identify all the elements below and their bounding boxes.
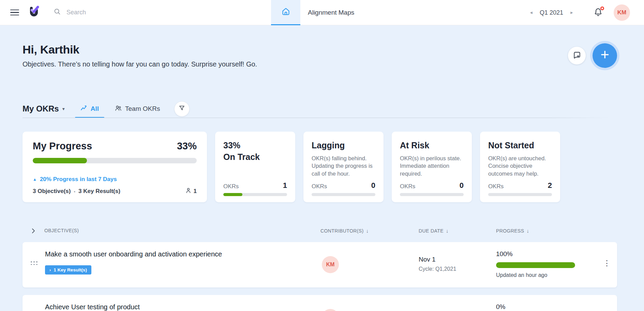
feedback-button[interactable] — [568, 47, 586, 64]
okrs-count: 2 — [548, 181, 552, 190]
okrs-count: 0 — [371, 181, 375, 190]
chevron-right-icon: › — [49, 267, 51, 272]
at-risk-description: OKR(s) in perilous state. Immediate atte… — [400, 154, 464, 178]
status-progress-fill — [223, 193, 242, 196]
at-risk-title: At Risk — [400, 140, 464, 151]
search-icon — [54, 8, 61, 17]
okrs-count: 1 — [283, 181, 287, 190]
summary-cards: My Progress 33% ▲ 20% Progress in last 7… — [23, 132, 644, 202]
trend-text: 20% Progress in last 7 Days — [40, 176, 117, 183]
logo-icon — [28, 6, 39, 19]
progress-cell: 0% — [496, 303, 575, 311]
status-progress-bar — [223, 193, 287, 196]
period-label: Q1 2021 — [540, 9, 563, 16]
team-users-icon — [115, 104, 122, 114]
period-next-button[interactable]: ► — [568, 9, 575, 16]
due-date-value: Nov 1 — [419, 256, 456, 263]
due-date-cell: Nov 1 Cycle: Q1,2021 — [419, 256, 456, 272]
objective-title[interactable]: Make a smooth user onboarding and activa… — [45, 250, 222, 258]
home-icon — [281, 7, 290, 17]
drag-handle-icon[interactable] — [31, 261, 38, 265]
okr-controls: My OKRs ▾ All Team OKRs — [23, 100, 617, 118]
lagging-title: Lagging — [312, 140, 375, 151]
period-prev-button[interactable]: ◄ — [528, 9, 535, 16]
progress-cell: 100% Updated an hour ago — [496, 250, 575, 278]
caret-down-icon: ▾ — [62, 106, 65, 112]
progress-percent: 0% — [496, 303, 575, 311]
contributor-avatar[interactable]: KM — [322, 256, 339, 273]
my-progress-card: My Progress 33% ▲ 20% Progress in last 7… — [23, 132, 207, 202]
lagging-description: OKR(s) falling behind. Updating the prog… — [312, 154, 375, 178]
tab-team-okrs-label: Team OKRs — [125, 105, 160, 113]
contributor-avatar[interactable] — [322, 309, 339, 311]
status-progress-bar — [488, 193, 552, 196]
search-input[interactable] — [66, 9, 196, 16]
notification-badge — [600, 6, 604, 10]
objective-row[interactable]: Make a smooth user onboarding and activa… — [23, 242, 617, 287]
my-progress-bar-fill — [33, 158, 87, 163]
okrs-label: OKRs — [400, 183, 415, 190]
row-menu-button[interactable]: ⋮ — [603, 259, 611, 267]
hero-actions: + — [568, 43, 617, 68]
expand-all-chevron[interactable] — [30, 227, 37, 235]
row-progress-bar — [496, 262, 575, 268]
updated-timestamp: Updated an hour ago — [496, 272, 575, 278]
greeting-title: Hi, Karthik — [23, 43, 617, 56]
status-card-on-track: 33% On Track OKRs 1 — [215, 132, 295, 202]
okrs-label: OKRs — [223, 183, 239, 190]
sort-desc-icon: ↓ — [527, 228, 529, 234]
add-okr-button[interactable]: + — [593, 43, 617, 68]
contributor-count: 1 — [194, 188, 197, 195]
tab-team-okrs[interactable]: Team OKRs — [115, 100, 160, 118]
not-started-description: OKR(s) are untouched. Concise objective … — [488, 154, 552, 178]
my-progress-percent: 33% — [177, 140, 197, 152]
tab-all[interactable]: All — [80, 100, 99, 118]
objectives-count: 3 Objective(s) — [33, 188, 71, 195]
okr-scope-selector[interactable]: My OKRs ▾ — [23, 104, 65, 114]
column-header-objective: OBJECTIVE(S) — [44, 228, 79, 233]
page-title: Alignment Maps — [308, 0, 354, 25]
trend-up-icon: ▲ — [33, 177, 37, 182]
okrs-label: OKRs — [488, 183, 504, 190]
not-started-title: Not Started — [488, 140, 552, 151]
filter-funnel-icon — [178, 105, 185, 113]
search-box — [54, 8, 196, 17]
navbar-right-cluster: ◄ Q1 2021 ► KM — [528, 0, 630, 25]
app-logo[interactable] — [28, 6, 39, 19]
user-avatar[interactable]: KM — [614, 4, 630, 21]
row-progress-fill — [496, 262, 575, 268]
hero-section: Hi, Karthik Objectives. There’s no telli… — [0, 25, 644, 68]
filter-button[interactable] — [174, 101, 190, 117]
on-track-title: On Track — [223, 151, 287, 163]
key-results-count: 3 Key Result(s) — [78, 188, 120, 195]
column-header-progress[interactable]: PROGRESS ↓ — [496, 228, 529, 234]
objective-title[interactable]: Achieve User testing of product — [45, 303, 140, 311]
on-track-percent: 33% — [223, 140, 287, 151]
greeting-subtitle: Objectives. There’s no telling how far y… — [23, 60, 617, 68]
tab-all-label: All — [91, 105, 99, 113]
key-results-badge[interactable]: › 1 Key Result(s) — [45, 265, 91, 275]
cycle-label: Cycle: Q1,2021 — [419, 266, 456, 272]
notifications-button[interactable] — [594, 8, 603, 18]
person-icon — [185, 187, 192, 195]
column-header-contributors[interactable]: CONTRIBUTOR(S) ↓ — [320, 228, 369, 234]
status-card-at-risk: At Risk OKR(s) in perilous state. Immedi… — [392, 132, 472, 202]
app-root: Alignment Maps ◄ Q1 2021 ► KM Hi, Karthi… — [0, 0, 644, 311]
okrs-count: 0 — [460, 181, 464, 190]
bullet-separator: • — [74, 189, 76, 194]
objective-row[interactable]: Achieve User testing of product 0% ⋮ — [23, 295, 617, 311]
tab-home[interactable] — [271, 0, 300, 25]
status-progress-bar — [400, 193, 464, 196]
status-progress-bar — [312, 193, 375, 196]
okrs-label: OKRs — [312, 183, 327, 190]
sort-desc-icon: ↓ — [446, 228, 449, 234]
hamburger-menu-button[interactable] — [10, 10, 19, 16]
okr-scope-label: My OKRs — [23, 104, 59, 114]
progress-percent: 100% — [496, 250, 575, 258]
plus-icon: + — [600, 47, 609, 62]
trend-flag-icon — [80, 104, 88, 113]
column-header-due-date[interactable]: DUE DATE ↓ — [419, 228, 449, 234]
status-card-lagging: Lagging OKR(s) falling behind. Updating … — [303, 132, 384, 202]
okr-table-header: OBJECTIVE(S) CONTRIBUTOR(S) ↓ DUE DATE ↓… — [23, 228, 617, 235]
top-navbar: Alignment Maps ◄ Q1 2021 ► KM — [0, 0, 644, 25]
